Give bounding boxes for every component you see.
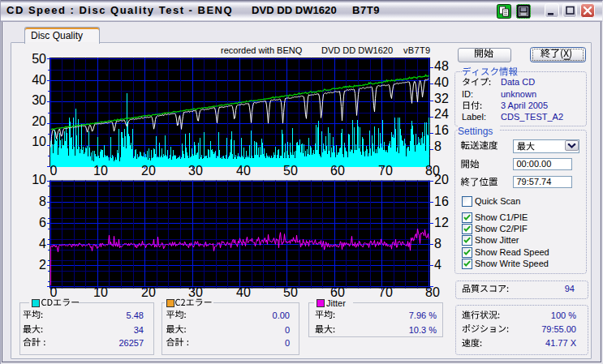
svg-text:40: 40 — [236, 285, 251, 299]
svg-text:30: 30 — [188, 285, 203, 299]
svg-text:6: 6 — [39, 216, 46, 229]
svg-text:50: 50 — [283, 164, 298, 178]
svg-text:10: 10 — [32, 173, 46, 186]
svg-text:70: 70 — [378, 285, 393, 299]
svg-text:10: 10 — [32, 135, 46, 148]
svg-text:20: 20 — [32, 114, 46, 128]
svg-text:80: 80 — [425, 285, 440, 299]
svg-text:10: 10 — [93, 285, 108, 299]
svg-text:8: 8 — [434, 237, 441, 251]
svg-text:32: 32 — [434, 92, 449, 105]
svg-text:24: 24 — [434, 107, 449, 121]
svg-text:30: 30 — [32, 93, 46, 107]
svg-text:0: 0 — [50, 285, 58, 299]
svg-text:20: 20 — [141, 285, 156, 299]
svg-text:50: 50 — [32, 52, 46, 66]
svg-text:40: 40 — [236, 164, 251, 178]
svg-text:20: 20 — [141, 164, 156, 178]
svg-text:16: 16 — [434, 123, 449, 137]
svg-text:4: 4 — [39, 237, 46, 251]
svg-text:30: 30 — [188, 164, 203, 178]
svg-text:60: 60 — [330, 285, 345, 299]
svg-text:8: 8 — [434, 139, 441, 153]
svg-text:0: 0 — [50, 164, 58, 178]
svg-text:16: 16 — [434, 195, 449, 208]
svg-text:12: 12 — [434, 216, 449, 229]
svg-text:8: 8 — [39, 195, 46, 208]
svg-text:10: 10 — [93, 164, 108, 178]
svg-text:50: 50 — [283, 285, 298, 299]
svg-text:60: 60 — [330, 164, 345, 178]
svg-text:2: 2 — [39, 258, 46, 272]
svg-text:40: 40 — [434, 75, 449, 89]
svg-text:48: 48 — [434, 59, 449, 73]
svg-text:4: 4 — [434, 258, 441, 272]
svg-text:70: 70 — [378, 164, 393, 178]
svg-text:40: 40 — [32, 73, 46, 87]
svg-text:20: 20 — [434, 173, 449, 186]
